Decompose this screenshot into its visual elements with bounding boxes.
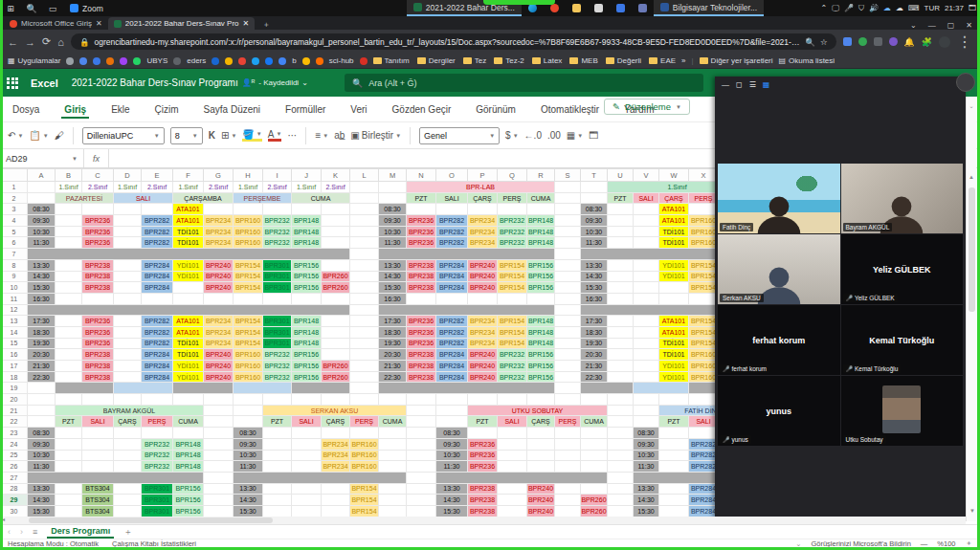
column-header[interactable]: E [142,169,173,182]
column-header[interactable]: Q [498,169,527,182]
extension-icon[interactable] [874,37,882,46]
currency-button[interactable]: $▼ [505,130,519,141]
cell[interactable] [379,505,407,517]
cell[interactable]: BPR282 [142,338,173,349]
cell[interactable]: BPR232 [498,215,527,227]
cell[interactable] [498,428,527,439]
cell[interactable] [28,472,204,483]
cell[interactable] [114,450,142,461]
font-color-button[interactable]: A▼ [268,130,282,142]
cell[interactable]: BPR156 [527,282,555,294]
cell[interactable] [204,293,234,304]
cell[interactable]: 1.Sınıf [234,182,263,193]
row-header[interactable]: 27 [1,472,28,483]
cell[interactable] [608,259,634,271]
cell[interactable]: BPR156 [173,505,204,517]
cell[interactable]: UTKU SOBUTAY [468,405,608,416]
taskbar-photos-icon[interactable] [632,0,654,16]
cell[interactable]: SERKAN AKSU [263,405,407,416]
cell[interactable]: BPR236 [82,316,114,327]
cell[interactable] [379,192,407,204]
cell[interactable]: BPR301 [142,505,173,517]
cell[interactable] [555,282,581,294]
cell[interactable]: BPR236 [407,316,436,327]
taskbar-folder-icon[interactable] [566,0,588,16]
cell[interactable]: BPR154 [689,338,719,349]
horizontal-scrollbar[interactable]: ◂ [0,517,966,524]
cast-icon[interactable]: 🖵 [832,4,839,13]
column-header[interactable]: P [468,169,498,182]
bookmark-item[interactable]: UBYS [146,56,167,65]
cell[interactable]: PZT [407,192,436,204]
cell[interactable] [634,326,659,338]
cell[interactable] [555,271,581,282]
cell[interactable]: BPR284 [142,259,173,271]
cell[interactable] [436,416,468,428]
cell[interactable]: BPR240 [468,271,498,282]
task-view-icon[interactable]: ▭ [42,4,63,13]
cell[interactable] [555,316,581,327]
cell[interactable]: 22:30 [379,371,407,383]
more-formatting-icon[interactable]: ⋯ [287,130,297,141]
cell[interactable] [659,483,689,495]
cell[interactable] [581,383,634,394]
tab-search-chevron-icon[interactable]: ⌄ [910,21,917,30]
cell[interactable]: BPR284 [689,483,719,495]
cell[interactable] [322,259,350,271]
cell[interactable] [634,204,659,215]
cell[interactable]: BPR148 [173,438,204,450]
cell[interactable] [56,293,82,304]
cell[interactable]: BPR148 [292,237,322,249]
cell[interactable] [608,495,634,506]
taskbar-excel-window[interactable]: 2021-2022 Bahar Ders... [407,0,522,16]
cell[interactable]: BPR240 [204,361,234,372]
cell[interactable]: ATA101 [173,204,204,215]
cell[interactable] [407,438,436,450]
cell[interactable] [555,293,581,304]
cell[interactable] [292,483,322,495]
cell[interactable]: BPR154 [498,338,527,349]
row-header[interactable]: 9 [1,271,28,282]
select-all-corner[interactable] [1,169,28,182]
taskbar-word-window[interactable]: Bilgisayar Teknolojiler... [654,0,764,16]
cell[interactable] [234,383,292,394]
participant-tile[interactable]: Kemal Türkoğlu🎤Kemal Türkoğlu [841,305,964,375]
bookmark-favicon[interactable] [106,57,114,65]
cell[interactable] [204,405,234,416]
bookmark-folder[interactable]: Latex [532,56,563,65]
cell[interactable]: 14:30 [234,495,263,506]
cell[interactable]: BPR156 [292,271,322,282]
cell[interactable] [407,450,436,461]
cell[interactable]: 14:30 [379,271,407,282]
cell[interactable]: BPR238 [468,483,498,495]
cell[interactable] [350,215,379,227]
cell[interactable] [114,204,142,215]
row-header[interactable]: 23 [1,428,28,439]
cell[interactable]: BPR148 [292,226,322,237]
bookmark-item[interactable]: eders [187,56,206,65]
bookmark-favicon[interactable] [66,57,74,65]
extension-icon[interactable] [889,37,898,46]
cell[interactable] [350,249,379,260]
cell[interactable]: BPR148 [292,338,322,349]
cell[interactable] [82,293,114,304]
cell[interactable] [56,215,82,227]
cell[interactable] [82,450,114,461]
cell[interactable]: BPR236 [82,215,114,227]
vertical-scroll-thumb[interactable] [969,187,975,312]
bookmark-folder[interactable]: EAE [649,56,676,65]
cell[interactable]: BPR154 [689,326,719,338]
ribbon-tab-çizim[interactable]: Çizim [143,99,191,120]
cell[interactable] [322,394,350,406]
cell[interactable]: BPR282 [436,316,468,327]
cell[interactable] [56,237,82,249]
cell[interactable]: 16:30 [379,293,407,304]
cell[interactable]: BPR301 [263,338,292,349]
cell[interactable] [322,215,350,227]
cell[interactable] [173,394,204,406]
zoom-minimize-icon[interactable]: — [722,80,729,89]
cell[interactable] [608,483,634,495]
cell[interactable] [379,450,407,461]
cell[interactable] [555,428,581,439]
column-header[interactable]: T [581,169,608,182]
